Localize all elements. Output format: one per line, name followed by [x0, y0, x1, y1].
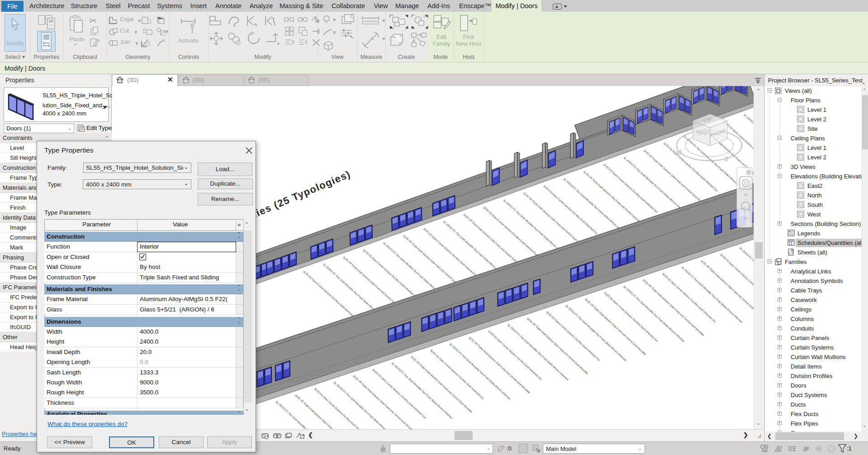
svg-text:SL55.VR.Triple.Hotel.Solution.: SL55.VR.Triple.Hotel.Solution.Side.Fixed…: [523, 192, 586, 249]
svg-text:SL55.VR.Triple.Hotel.Solution.: SL55.VR.Triple.Hotel.Solution.Side.Fixed…: [642, 278, 705, 336]
svg-text:SL55.HS.Open.Corner.Solution.O: SL55.HS.Open.Corner.Solution.Out.Mov.Sas…: [488, 330, 542, 381]
svg-text:SL55.VR.Triple.Hotel.Solution.: SL55.VR.Triple.Hotel.Solution.Side.Fixed…: [584, 298, 647, 356]
svg-text:SL.05X02.FC.Two.Sash.Movable.T: SL.05X02.FC.Two.Sash.Movable.Two.Fixed.S…: [563, 177, 625, 234]
svg-text:SL.05X02.FC.Two.Sash.Movable.T: SL.05X02.FC.Two.Sash.Movable.Two.Fixed.S…: [623, 156, 685, 213]
svg-text:S: S: [723, 155, 729, 163]
svg-text:SL55.HS.Open.Corner.Solution.O: SL55.HS.Open.Corner.Solution.Out.Mov.Sas…: [603, 292, 658, 342]
svg-text:SL55.HS.Open.Corner.Solution.O: SL55.HS.Open.Corner.Solution.Out.Mov.Sas…: [362, 249, 417, 299]
svg-text:SL55.HS.Open.Corner.Solution.O: SL55.HS.Open.Corner.Solution.Out.Mov.Sas…: [422, 227, 478, 278]
svg-text:SL55.HS.Open.Corner.Solution.O: SL55.HS.Open.Corner.Solution.Out.Mov.Sas…: [303, 270, 358, 320]
svg-text:SL.05X02.FC.Two.Sash.Movable.T: SL.05X02.FC.Two.Sash.Movable.Two.Fixed.S…: [623, 285, 685, 343]
svg-text:SL.05X02.FC.Two.Sash.Movable.T: SL.05X02.FC.Two.Sash.Movable.Two.Fixed.S…: [507, 323, 569, 381]
svg-text:SL55.HS.Open.Corner.Solution.O: SL55.HS.Open.Corner.Solution.Out.Mov.Sas…: [430, 349, 484, 400]
svg-text:W: W: [675, 148, 683, 157]
svg-text:SL55.HS.Open.Corner.Solution.O: SL55.HS.Open.Corner.Solution.Out.Mov.Sas…: [723, 120, 754, 171]
svg-text:SL55.HS.Open.Corner.Solution.O: SL55.HS.Open.Corner.Solution.Out.Mov.Sas…: [372, 368, 427, 419]
svg-text:SL.05X02.FC.Two.Sash.Movable.T: SL.05X02.FC.Two.Sash.Movable.Two.Fixed.S…: [443, 220, 505, 277]
svg-text:SL55.VR.Triple.Hotel.Solution.: SL55.VR.Triple.Hotel.Solution.Side.Fixed…: [352, 374, 415, 429]
svg-text:SL55.HS.Open.Corner.Solution.O: SL55.HS.Open.Corner.Solution.Out.Mov.Sas…: [543, 185, 598, 235]
svg-text:SL.05X02.FC.Two.Sash.Movable.T: SL.05X02.FC.Two.Sash.Movable.Two.Fixed.S…: [565, 304, 627, 362]
svg-text:SL55.VR.Triple.Hotel.Solution.: SL55.VR.Triple.Hotel.Solution.Side.Fixed…: [583, 170, 646, 228]
svg-text:SL55.VR.Triple.Hotel.Solution.: SL55.VR.Triple.Hotel.Solution.Side.Fixed…: [526, 317, 589, 375]
svg-text:SL.05X02.FC.Two.Sash.Movable.T: SL.05X02.FC.Two.Sash.Movable.Two.Fixed.S…: [391, 362, 453, 419]
svg-text:SL.05X02.FC.Two.Sash.Movable.T: SL.05X02.FC.Two.Sash.Movable.Two.Fixed.S…: [449, 343, 511, 400]
svg-text:SL55.VR.Triple.Hotel.Solution.: SL55.VR.Triple.Hotel.Solution.Side.Fixed…: [468, 336, 531, 394]
svg-text:SL55.HS.Open.Corner.Solution.O: SL55.HS.Open.Corner.Solution.Out.Mov.Sas…: [720, 253, 754, 304]
svg-text:SL55.VR.Triple.Hotel.Solution.: SL55.VR.Triple.Hotel.Solution.Side.Fixed…: [410, 355, 473, 413]
svg-text:SL.05X02.FC.Two.Sash.Movable.T: SL.05X02.FC.Two.Sash.Movable.Two.Fixed.S…: [503, 199, 565, 255]
svg-text:SL55.HS.Open.Corner.Solution.O: SL55.HS.Open.Corner.Solution.Out.Mov.Sas…: [545, 311, 600, 361]
svg-text:SL55.HS.Open.Corner.Solution.O: SL55.HS.Open.Corner.Solution.Out.Mov.Sas…: [314, 388, 369, 429]
svg-text:SL55.HS.Open.Corner.Solution.O: SL55.HS.Open.Corner.Solution.Out.Mov.Sas…: [662, 272, 716, 323]
svg-text:SL.05X02.FC.Two.Sash.Movable.T: SL.05X02.FC.Two.Sash.Movable.Two.Fixed.S…: [681, 266, 743, 323]
svg-text:SL55.VR.Triple.Hotel.Solution.: SL55.VR.Triple.Hotel.Solution.Side.Fixed…: [643, 149, 707, 206]
svg-text:SL55.HS.Open.Corner.Solution.O: SL55.HS.Open.Corner.Solution.Out.Mov.Sas…: [483, 206, 538, 256]
svg-text:SL55.HS.Open.Corner.Solution.O: SL55.HS.Open.Corner.Solution.Out.Mov.Sas…: [603, 163, 658, 214]
svg-text:SL55.HS.Open.Corner.Solution.O: SL55.HS.Open.Corner.Solution.Out.Mov.Sas…: [663, 142, 718, 192]
